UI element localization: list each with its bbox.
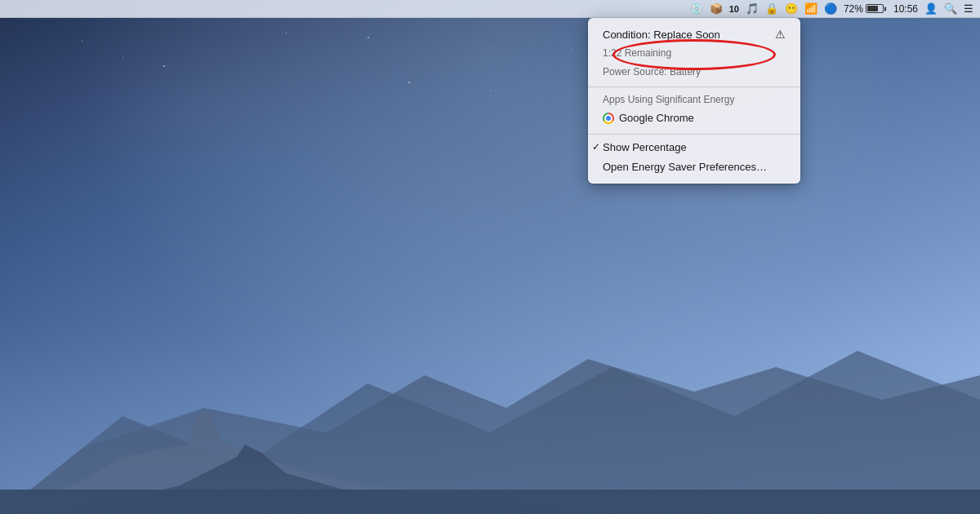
user-icon[interactable]: 👤: [924, 2, 938, 15]
energy-saver-item[interactable]: Open Energy Saver Preferences…: [588, 157, 800, 177]
battery-section[interactable]: 72%: [844, 3, 884, 15]
desktop: 💿 📦 10 🎵 🔒 😶 📶 🔵 72% 10:56 👤 🔍 ☰: [0, 0, 980, 514]
search-icon[interactable]: 🔍: [944, 2, 957, 15]
battery-icon: [866, 4, 884, 13]
menubar: 💿 📦 10 🎵 🔒 😶 📶 🔵 72% 10:56 👤 🔍 ☰: [0, 0, 980, 18]
condition-text: Condition: Replace Soon: [603, 29, 720, 41]
options-section: Show Percentage Open Energy Saver Prefer…: [588, 134, 800, 179]
show-percentage-item[interactable]: Show Percentage: [588, 138, 800, 157]
condition-section: Condition: Replace Soon ⚠ 1:22 Remaining…: [588, 23, 800, 83]
bluetooth-icon[interactable]: 🔵: [824, 2, 837, 15]
face-icon[interactable]: 😶: [785, 2, 798, 15]
menubar-time: 10:56: [893, 3, 918, 15]
dropbox-icon[interactable]: 📦: [710, 2, 723, 15]
energy-saver-label: Open Energy Saver Preferences…: [603, 160, 767, 175]
chrome-label: Google Chrome: [619, 111, 694, 126]
chrome-icon: [603, 113, 614, 124]
battery-dropdown: Condition: Replace Soon ⚠ 1:22 Remaining…: [588, 18, 800, 184]
lock-icon[interactable]: 🔒: [765, 2, 778, 15]
warning-icon: ⚠: [775, 28, 786, 41]
power-source: Power Source: Battery: [588, 63, 800, 82]
svg-rect-4: [0, 490, 980, 514]
wifi-icon[interactable]: 📶: [804, 2, 817, 15]
music-icon[interactable]: 🎵: [746, 2, 759, 15]
disk-icon[interactable]: 💿: [690, 2, 703, 15]
condition-item: Condition: Replace Soon ⚠: [588, 24, 800, 44]
show-percentage-label: Show Percentage: [603, 140, 687, 155]
apps-label: Apps Using Significant Energy: [588, 91, 800, 109]
time-remaining: 1:22 Remaining: [588, 44, 800, 63]
mountains: [0, 286, 980, 514]
chrome-menu-item[interactable]: Google Chrome: [588, 109, 800, 128]
menu-icon[interactable]: ☰: [964, 2, 973, 15]
battery-percent: 72%: [844, 3, 863, 15]
number-icon[interactable]: 10: [729, 4, 739, 14]
apps-section: Apps Using Significant Energy Google Chr…: [588, 86, 800, 131]
